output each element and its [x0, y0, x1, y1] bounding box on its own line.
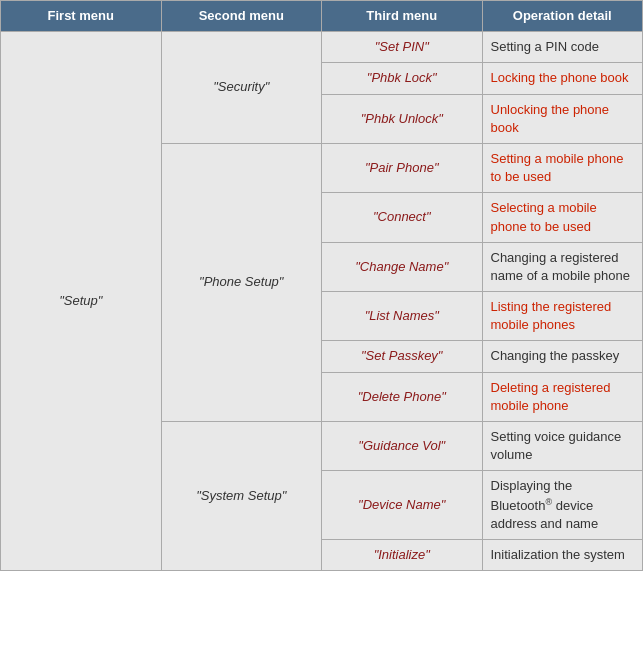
- cell-operation: Changing the passkey: [482, 341, 643, 372]
- cell-operation: Setting voice guidance volume: [482, 422, 643, 471]
- table-row: "Setup""Security""Set PIN"Setting a PIN …: [1, 32, 643, 63]
- cell-operation: Locking the phone book: [482, 63, 643, 94]
- header-second: Second menu: [161, 1, 322, 32]
- cell-third-menu: "Change Name": [322, 242, 483, 291]
- cell-third-menu: "Pair Phone": [322, 143, 483, 192]
- cell-third-menu: "Phbk Lock": [322, 63, 483, 94]
- cell-third-menu: "Connect": [322, 193, 483, 242]
- cell-operation: Displaying the Bluetooth® device address…: [482, 471, 643, 540]
- cell-operation: Setting a mobile phone to be used: [482, 143, 643, 192]
- cell-third-menu: "Delete Phone": [322, 372, 483, 421]
- cell-third-menu: "Initialize": [322, 540, 483, 571]
- cell-operation: Selecting a mobile phone to be used: [482, 193, 643, 242]
- cell-third-menu: "Guidance Vol": [322, 422, 483, 471]
- cell-third-menu: "Set PIN": [322, 32, 483, 63]
- cell-second-menu: "Phone Setup": [161, 143, 322, 421]
- header-third: Third menu: [322, 1, 483, 32]
- cell-operation: Listing the registered mobile phones: [482, 292, 643, 341]
- cell-operation: Changing a registered name of a mobile p…: [482, 242, 643, 291]
- cell-third-menu: "Phbk Unlock": [322, 94, 483, 143]
- cell-third-menu: "Set Passkey": [322, 341, 483, 372]
- cell-operation: Initialization the system: [482, 540, 643, 571]
- main-table: First menu Second menu Third menu Operat…: [0, 0, 643, 571]
- cell-operation: Deleting a registered mobile phone: [482, 372, 643, 421]
- cell-third-menu: "List Names": [322, 292, 483, 341]
- cell-second-menu: "Security": [161, 32, 322, 144]
- header-first: First menu: [1, 1, 162, 32]
- cell-operation: Setting a PIN code: [482, 32, 643, 63]
- header-op: Operation detail: [482, 1, 643, 32]
- cell-first-menu: "Setup": [1, 32, 162, 571]
- cell-operation: Unlocking the phone book: [482, 94, 643, 143]
- cell-second-menu: "System Setup": [161, 422, 322, 571]
- cell-third-menu: "Device Name": [322, 471, 483, 540]
